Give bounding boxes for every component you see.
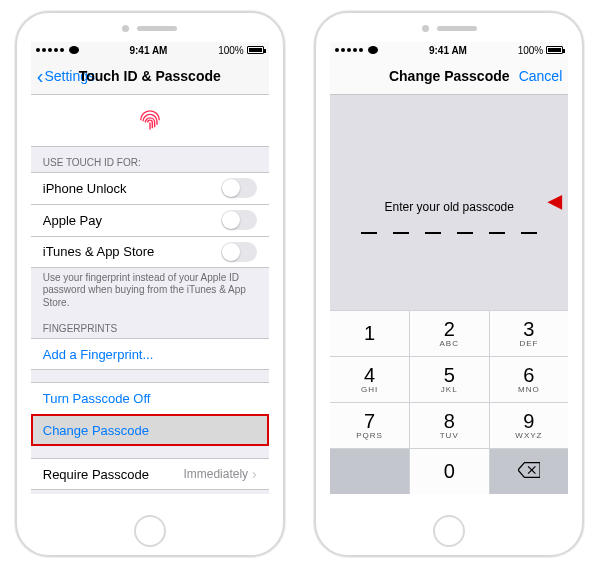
key-digit: 2 [444,319,455,339]
section-header-use-touch-id: USE TOUCH ID FOR: [31,147,269,172]
keypad-key-8[interactable]: 8 TUV [410,403,489,448]
key-letters: DEF [519,340,538,348]
row-label: Require Passcode [43,467,149,482]
row-label: iTunes & App Store [43,244,155,259]
screen-left: 9:41 AM 100% ‹ Settings Touch ID & Passc… [31,42,269,494]
nav-bar: Change Passcode Cancel [330,59,568,95]
home-button[interactable] [134,515,166,547]
keypad-key-9[interactable]: 9 WXYZ [490,403,569,448]
key-digit: 0 [444,461,455,481]
key-digit: 1 [364,323,375,343]
keypad-key-6[interactable]: 6 MNO [490,357,569,402]
camera-dot [422,25,429,32]
switch-itunes[interactable] [221,242,257,262]
back-to-settings-button[interactable]: ‹ Settings [37,66,95,86]
section-spacer [31,446,269,458]
key-digit: 5 [444,365,455,385]
cancel-button[interactable]: Cancel [519,68,563,84]
section-footer-touch-id: Use your fingerprint instead of your App… [31,268,269,314]
row-detail: Immediately › [183,466,256,482]
status-time: 9:41 AM [129,45,167,56]
row-label: Add a Fingerprint... [43,347,154,362]
passcode-entry-area: Enter your old passcode [330,95,568,310]
row-itunes-app-store[interactable]: iTunes & App Store [31,236,269,268]
switch-apple-pay[interactable] [221,210,257,230]
row-iphone-unlock[interactable]: iPhone Unlock [31,172,269,204]
camera-dot [122,25,129,32]
key-letters: MNO [518,386,540,394]
keypad-key-0[interactable]: 0 [410,449,489,494]
battery-icon [546,46,563,54]
switch-iphone-unlock[interactable] [221,178,257,198]
row-require-passcode[interactable]: Require Passcode Immediately › [31,458,269,490]
home-button[interactable] [433,515,465,547]
key-letters: JKL [441,386,458,394]
key-letters: ABC [440,340,459,348]
fingerprint-icon [136,105,164,136]
status-bar: 9:41 AM 100% [330,42,568,59]
screen-right: 9:41 AM 100% Change Passcode Cancel Ente… [330,42,568,494]
row-turn-passcode-off[interactable]: Turn Passcode Off [31,382,269,414]
phone-top-hardware [17,25,283,32]
keypad-key-1[interactable]: 1 [330,311,409,356]
key-letters: TUV [440,432,459,440]
passcode-prompt: Enter your old passcode [385,200,514,214]
iphone-frame-left: 9:41 AM 100% ‹ Settings Touch ID & Passc… [15,11,285,557]
nav-bar: ‹ Settings Touch ID & Passcode [31,59,269,95]
status-right: 100% [218,45,264,56]
row-add-fingerprint[interactable]: Add a Fingerprint... [31,338,269,370]
section-spacer [31,370,269,382]
cellular-signal-icon [335,46,378,54]
fingerprint-hero [31,95,269,147]
battery-percent: 100% [518,45,544,56]
speaker-slot [437,26,477,31]
passcode-content: Enter your old passcode ◀ 1 2 ABC 3 DEF [330,95,568,494]
keypad-key-blank [330,449,409,494]
battery-percent: 100% [218,45,244,56]
numeric-keypad: 1 2 ABC 3 DEF 4 GHI 5 JKL [330,310,568,494]
keypad-key-5[interactable]: 5 JKL [410,357,489,402]
keypad-key-3[interactable]: 3 DEF [490,311,569,356]
row-apple-pay[interactable]: Apple Pay [31,204,269,236]
require-passcode-value: Immediately [183,467,248,481]
iphone-frame-right: 9:41 AM 100% Change Passcode Cancel Ente… [314,11,584,557]
chevron-right-icon: › [252,466,257,482]
keypad-key-backspace[interactable] [490,449,569,494]
cellular-signal-icon [36,46,79,54]
wifi-icon [368,46,378,54]
status-bar: 9:41 AM 100% [31,42,269,59]
wifi-icon [69,46,79,54]
passcode-dashes [361,232,537,234]
key-letters: GHI [361,386,378,394]
key-digit: 8 [444,411,455,431]
phone-top-hardware [316,25,582,32]
status-right: 100% [518,45,564,56]
keypad-key-4[interactable]: 4 GHI [330,357,409,402]
settings-scroll-content: USE TOUCH ID FOR: iPhone Unlock Apple Pa… [31,95,269,494]
key-digit: 3 [523,319,534,339]
section-header-fingerprints: FINGERPRINTS [31,313,269,338]
chevron-left-icon: ‹ [37,66,44,86]
keypad-key-7[interactable]: 7 PQRS [330,403,409,448]
speaker-slot [137,26,177,31]
status-time: 9:41 AM [429,45,467,56]
key-digit: 7 [364,411,375,431]
back-label: Settings [44,68,95,84]
row-label: Change Passcode [43,423,149,438]
battery-icon [247,46,264,54]
key-digit: 4 [364,365,375,385]
row-label: Turn Passcode Off [43,391,151,406]
key-letters: WXYZ [515,432,542,440]
row-label: iPhone Unlock [43,181,127,196]
key-digit: 6 [523,365,534,385]
annotation-arrow-icon: ◀ [548,190,562,212]
key-letters: PQRS [356,432,383,440]
key-digit: 9 [523,411,534,431]
row-label: Apple Pay [43,213,102,228]
backspace-icon [518,461,540,481]
keypad-key-2[interactable]: 2 ABC [410,311,489,356]
row-change-passcode[interactable]: Change Passcode [31,414,269,446]
